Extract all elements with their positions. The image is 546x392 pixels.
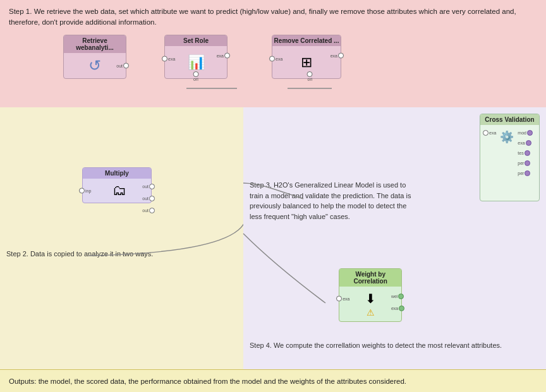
remove-correlated-title: Remove Correlated ...: [272, 35, 341, 46]
set-role-body: exa 📊 exa ori: [165, 46, 227, 78]
middle-section: Step 2. Data is copied to analyze it in …: [0, 107, 546, 369]
set-role-title: Set Role: [165, 35, 227, 46]
step1-description: Step 1. We retrieve the web data, set wh…: [9, 6, 537, 28]
multiply-node[interactable]: Multiply inp 🗂 out out: [82, 167, 152, 203]
remove-correlated-node[interactable]: Remove Correlated ... exa ⊞ exa ori: [272, 35, 341, 79]
set-role-icon: 📊: [188, 54, 205, 71]
step3-text: Step 3. H2O's Generalized Linear Model i…: [250, 180, 420, 222]
wbc-icon: ⬇: [365, 291, 376, 306]
connections-svg: [0, 107, 243, 369]
wbc-warning-icon: ⚠: [367, 307, 375, 318]
remove-corr-icon: ⊞: [301, 54, 312, 71]
port-out: [123, 63, 129, 69]
port-exa-right: [224, 53, 230, 59]
multiply-body: inp 🗂 out out out: [82, 179, 152, 203]
port-ori-bottom: [193, 71, 199, 77]
wbc-port-exa-left: [336, 296, 342, 302]
cv-title: Cross Validation: [480, 114, 539, 125]
step2-text: Step 2. Data is copied to analyze it in …: [6, 249, 153, 259]
retrieve-node[interactable]: Retrieve webanalyti... ↺ out: [63, 35, 126, 79]
multiply-out-1: [149, 184, 155, 189]
multiply-out-3: [149, 208, 155, 213]
connector-2-3: [288, 85, 332, 92]
left-panel: Step 2. Data is copied to analyze it in …: [0, 107, 243, 369]
wbc-port-wei: [398, 294, 404, 299]
weight-correlation-container: Weight by Correlation exa ⬇ ⚠ wei: [339, 268, 402, 322]
outputs-text: Outputs: the model, the scored data, the…: [9, 377, 406, 385]
multiply-port-inp: [79, 188, 85, 194]
wbc-body: exa ⬇ ⚠ wei exa: [339, 287, 401, 321]
cv-port-exa-left: [483, 130, 488, 136]
cv-port-mod: [527, 130, 533, 136]
port-exa-left: [162, 56, 167, 62]
multiply-out-2: [149, 196, 155, 201]
set-role-node[interactable]: Set Role exa 📊 exa ori: [164, 35, 228, 79]
retrieve-node-title: Retrieve webanalyti...: [64, 35, 126, 53]
multiply-icon: 🗂: [112, 182, 126, 199]
port-exa-right-2: [338, 53, 344, 59]
bottom-section: Outputs: the model, the scored data, the…: [0, 369, 546, 392]
port-ori-bottom-2: [307, 71, 313, 77]
wbc-port-exa-r: [399, 306, 404, 311]
cv-body: exa ⚙️ mod exa tes: [480, 125, 539, 201]
retrieve-node-body: ↺ out: [64, 53, 126, 78]
wbc-title: Weight by Correlation: [339, 269, 401, 287]
weight-correlation-node[interactable]: Weight by Correlation exa ⬇ ⚠ wei: [339, 268, 402, 322]
cv-port-tes: [525, 150, 530, 156]
remove-correlated-body: exa ⊞ exa ori: [272, 46, 341, 78]
retrieve-icon: ↺: [88, 57, 101, 74]
step4-text: Step 4. We compute the correllation weig…: [250, 340, 502, 351]
cv-port-exa-r: [526, 140, 531, 146]
right-panel: Step 3. H2O's Generalized Linear Model i…: [243, 107, 546, 369]
multiply-title: Multiply: [83, 168, 151, 179]
port-exa-left-2: [269, 56, 275, 62]
top-section: Step 1. We retrieve the web data, set wh…: [0, 0, 546, 107]
cv-port-per2: [525, 170, 530, 176]
connector-1-2: [186, 85, 237, 92]
cross-validation-node[interactable]: Cross Validation exa ⚙️ mod: [480, 114, 540, 201]
cv-gear-icon: ⚙️: [500, 130, 514, 144]
cv-port-per1: [525, 160, 530, 166]
